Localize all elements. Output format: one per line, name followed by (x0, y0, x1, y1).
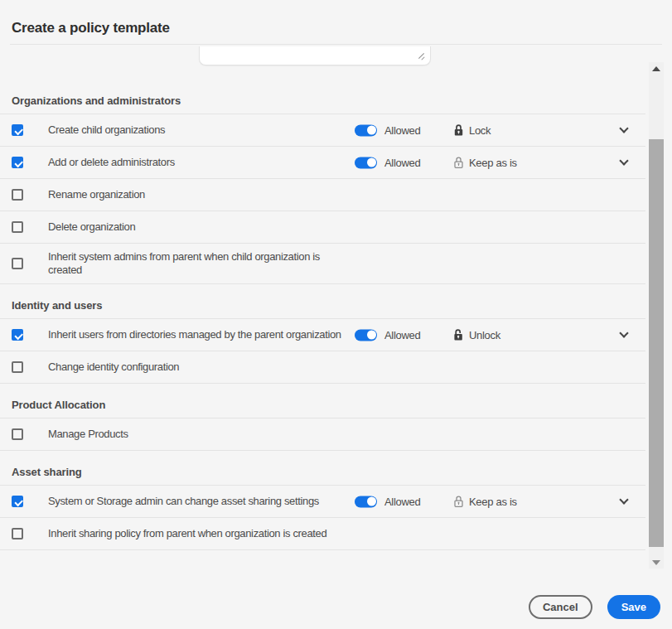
allowed-toggle[interactable] (355, 329, 377, 341)
policy-checkbox[interactable] (12, 528, 23, 539)
policy-list: Organizations and administrators Create … (0, 46, 645, 550)
lock-open-icon (453, 329, 464, 341)
policy-row: Create child organizations Allowed Lock (0, 114, 645, 147)
policy-label: Inherit sharing policy from parent when … (48, 527, 326, 540)
lock-state-label: Keep as is (469, 496, 517, 508)
policy-section: Organizations and administrators Create … (0, 80, 645, 284)
policy-checkbox[interactable] (12, 258, 23, 269)
policy-row: System or Storage admin can change asset… (0, 486, 645, 518)
section-rows: Inherit users from directories managed b… (0, 319, 645, 384)
allowed-toggle-group: Allowed (355, 157, 420, 169)
policy-checkbox[interactable] (12, 221, 23, 233)
section-title: Identity and users (0, 284, 645, 319)
policy-checkbox[interactable] (12, 189, 23, 201)
policy-label: Create child organizations (48, 123, 165, 137)
lock-state-dropdown[interactable]: Unlock (453, 329, 500, 341)
allowed-toggle[interactable] (355, 157, 377, 168)
allowed-toggle-group: Allowed (355, 496, 420, 508)
policy-section: Identity and users Inherit users from di… (0, 284, 645, 384)
policy-label: Change identity configuration (48, 360, 179, 374)
policy-row: Delete organization (0, 211, 645, 244)
section-title: Product Allocation (0, 384, 645, 419)
policy-checkbox[interactable] (12, 329, 23, 341)
lock-state-dropdown[interactable]: Keep as is (453, 157, 517, 169)
header-divider (10, 44, 662, 45)
policy-label: Inherit users from directories managed b… (48, 328, 341, 341)
scrollbar-thumb[interactable] (649, 139, 664, 547)
lock-state-label: Keep as is (469, 157, 517, 169)
toggle-knob (367, 126, 376, 135)
dialog-footer: Cancel Save (0, 595, 672, 619)
policy-section: Product Allocation Manage Products (0, 384, 645, 451)
lock-outline-icon (453, 496, 464, 508)
allowed-toggle-group: Allowed (355, 329, 420, 341)
allowed-label: Allowed (384, 124, 420, 137)
allowed-toggle[interactable] (355, 124, 377, 136)
policy-checkbox[interactable] (12, 157, 23, 168)
dialog-header: Create a policy template (0, 0, 672, 45)
policy-row: Add or delete administrators Allowed Kee… (0, 147, 645, 179)
policy-checkbox[interactable] (12, 428, 23, 440)
scroll-up-arrow-icon[interactable] (649, 62, 664, 75)
policy-label: Inherit system admins from parent when c… (48, 250, 348, 277)
vertical-scrollbar[interactable] (649, 62, 664, 569)
chevron-down-icon[interactable] (619, 156, 628, 165)
lock-state-dropdown[interactable]: Lock (453, 124, 491, 137)
section-rows: Create child organizations Allowed Lock … (0, 114, 645, 284)
toggle-knob (367, 158, 376, 167)
lock-state-label: Unlock (469, 329, 500, 341)
lock-state-label: Lock (469, 124, 491, 137)
policy-row: Rename organization (0, 179, 645, 211)
cancel-button[interactable]: Cancel (529, 595, 592, 619)
allowed-toggle[interactable] (355, 496, 377, 507)
lock-outline-icon (453, 157, 464, 169)
policy-label: System or Storage admin can change asset… (48, 495, 319, 508)
section-rows: Manage Products (0, 419, 645, 451)
scroll-down-arrow-icon[interactable] (649, 555, 664, 569)
policy-label: Manage Products (48, 428, 128, 441)
policy-checkbox[interactable] (12, 124, 23, 136)
chevron-down-icon[interactable] (619, 123, 628, 133)
policy-row: Inherit system admins from parent when c… (0, 244, 645, 284)
policy-section: Asset sharing System or Storage admin ca… (0, 451, 645, 550)
policy-checkbox[interactable] (12, 361, 23, 373)
policy-row: Manage Products (0, 419, 645, 451)
toggle-knob (367, 331, 376, 340)
policy-checkbox[interactable] (12, 496, 23, 507)
save-button[interactable]: Save (607, 595, 660, 619)
chevron-down-icon[interactable] (619, 495, 628, 504)
policy-row: Change identity configuration (0, 351, 645, 384)
allowed-label: Allowed (384, 496, 420, 508)
policy-label: Rename organization (48, 188, 145, 201)
policy-label: Add or delete administrators (48, 156, 175, 169)
section-title: Asset sharing (0, 451, 645, 486)
allowed-label: Allowed (384, 157, 420, 169)
lock-closed-icon (453, 124, 464, 137)
section-title: Organizations and administrators (0, 80, 645, 114)
allowed-toggle-group: Allowed (355, 124, 420, 137)
policy-row: Inherit users from directories managed b… (0, 319, 645, 351)
lock-state-dropdown[interactable]: Keep as is (453, 496, 517, 508)
toggle-knob (367, 497, 376, 506)
policy-row: Inherit sharing policy from parent when … (0, 518, 645, 550)
allowed-label: Allowed (384, 329, 420, 341)
section-rows: System or Storage admin can change asset… (0, 486, 645, 550)
page-title: Create a policy template (12, 20, 170, 36)
policy-label: Delete organization (48, 220, 135, 234)
chevron-down-icon[interactable] (619, 328, 628, 337)
